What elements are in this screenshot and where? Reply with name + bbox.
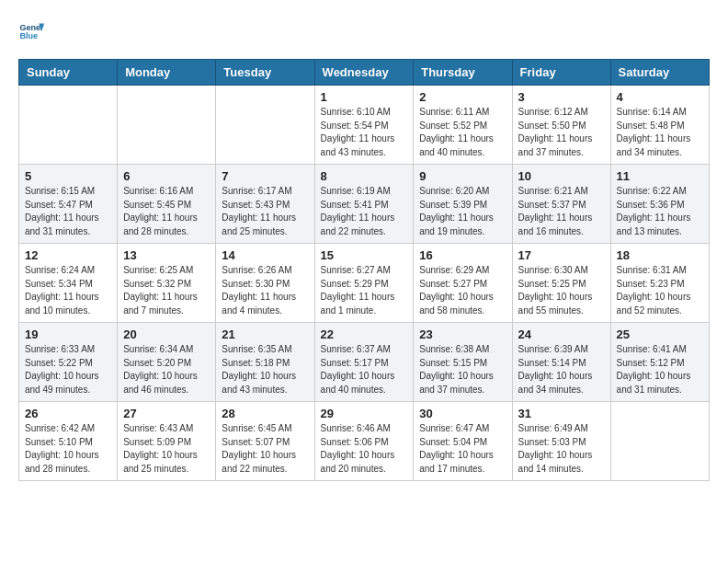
day-info: Sunrise: 6:46 AM Sunset: 5:06 PM Dayligh… <box>321 422 408 476</box>
calendar-week-row: 12Sunrise: 6:24 AM Sunset: 5:34 PM Dayli… <box>19 244 710 323</box>
day-info: Sunrise: 6:47 AM Sunset: 5:04 PM Dayligh… <box>419 422 506 476</box>
calendar-week-row: 26Sunrise: 6:42 AM Sunset: 5:10 PM Dayli… <box>19 402 710 481</box>
day-number: 28 <box>222 407 308 420</box>
calendar-table: SundayMondayTuesdayWednesdayThursdayFrid… <box>18 59 710 481</box>
day-number: 20 <box>123 327 210 341</box>
day-number: 16 <box>419 248 506 262</box>
day-info: Sunrise: 6:20 AM Sunset: 5:39 PM Dayligh… <box>419 185 506 238</box>
day-number: 31 <box>518 407 605 420</box>
svg-text:Blue: Blue <box>19 31 38 40</box>
weekday-header-sunday: Sunday <box>19 60 118 86</box>
day-number: 30 <box>419 407 506 420</box>
day-info: Sunrise: 6:31 AM Sunset: 5:23 PM Dayligh… <box>617 264 703 317</box>
calendar-day-cell: 30Sunrise: 6:47 AM Sunset: 5:04 PM Dayli… <box>414 402 512 481</box>
day-number: 22 <box>321 327 408 341</box>
day-number: 7 <box>222 169 308 183</box>
day-info: Sunrise: 6:17 AM Sunset: 5:43 PM Dayligh… <box>222 185 308 238</box>
calendar-empty-cell <box>118 86 216 165</box>
day-info: Sunrise: 6:24 AM Sunset: 5:34 PM Dayligh… <box>25 264 111 317</box>
day-number: 11 <box>617 169 703 183</box>
day-info: Sunrise: 6:15 AM Sunset: 5:47 PM Dayligh… <box>25 185 111 238</box>
calendar-week-row: 19Sunrise: 6:33 AM Sunset: 5:22 PM Dayli… <box>19 323 710 402</box>
day-info: Sunrise: 6:42 AM Sunset: 5:10 PM Dayligh… <box>25 422 111 476</box>
day-info: Sunrise: 6:29 AM Sunset: 5:27 PM Dayligh… <box>419 264 506 317</box>
calendar-day-cell: 20Sunrise: 6:34 AM Sunset: 5:20 PM Dayli… <box>118 323 216 402</box>
day-number: 21 <box>222 327 308 341</box>
calendar-day-cell: 24Sunrise: 6:39 AM Sunset: 5:14 PM Dayli… <box>512 323 610 402</box>
day-number: 4 <box>617 90 703 104</box>
day-number: 18 <box>617 248 703 262</box>
calendar-day-cell: 26Sunrise: 6:42 AM Sunset: 5:10 PM Dayli… <box>19 402 118 481</box>
day-number: 13 <box>123 248 210 262</box>
calendar-day-cell: 25Sunrise: 6:41 AM Sunset: 5:12 PM Dayli… <box>610 323 709 402</box>
day-number: 26 <box>25 407 111 420</box>
day-info: Sunrise: 6:33 AM Sunset: 5:22 PM Dayligh… <box>25 343 111 396</box>
calendar-day-cell: 6Sunrise: 6:16 AM Sunset: 5:45 PM Daylig… <box>118 165 216 244</box>
day-info: Sunrise: 6:10 AM Sunset: 5:54 PM Dayligh… <box>321 106 408 159</box>
day-info: Sunrise: 6:19 AM Sunset: 5:41 PM Dayligh… <box>321 185 408 238</box>
day-info: Sunrise: 6:39 AM Sunset: 5:14 PM Dayligh… <box>518 343 605 396</box>
day-number: 23 <box>419 327 506 341</box>
day-info: Sunrise: 6:41 AM Sunset: 5:12 PM Dayligh… <box>617 343 703 396</box>
weekday-header-thursday: Thursday <box>414 60 512 86</box>
calendar-week-row: 5Sunrise: 6:15 AM Sunset: 5:47 PM Daylig… <box>19 165 710 244</box>
day-info: Sunrise: 6:16 AM Sunset: 5:45 PM Dayligh… <box>123 185 210 238</box>
calendar-day-cell: 14Sunrise: 6:26 AM Sunset: 5:30 PM Dayli… <box>216 244 314 323</box>
day-number: 12 <box>25 248 111 262</box>
calendar-day-cell: 9Sunrise: 6:20 AM Sunset: 5:39 PM Daylig… <box>414 165 512 244</box>
day-number: 8 <box>321 169 408 183</box>
day-info: Sunrise: 6:45 AM Sunset: 5:07 PM Dayligh… <box>222 422 308 476</box>
day-number: 6 <box>123 169 210 183</box>
day-info: Sunrise: 6:30 AM Sunset: 5:25 PM Dayligh… <box>518 264 605 317</box>
day-number: 1 <box>321 90 408 104</box>
day-info: Sunrise: 6:35 AM Sunset: 5:18 PM Dayligh… <box>222 343 308 396</box>
weekday-header-monday: Monday <box>118 60 216 86</box>
calendar-day-cell: 1Sunrise: 6:10 AM Sunset: 5:54 PM Daylig… <box>314 86 414 165</box>
day-info: Sunrise: 6:21 AM Sunset: 5:37 PM Dayligh… <box>518 185 605 238</box>
day-info: Sunrise: 6:27 AM Sunset: 5:29 PM Dayligh… <box>321 264 408 317</box>
calendar-day-cell: 4Sunrise: 6:14 AM Sunset: 5:48 PM Daylig… <box>610 86 709 165</box>
logo-icon: General Blue <box>18 18 44 44</box>
calendar-day-cell: 22Sunrise: 6:37 AM Sunset: 5:17 PM Dayli… <box>314 323 414 402</box>
page-header: General Blue <box>18 18 710 44</box>
calendar-day-cell: 18Sunrise: 6:31 AM Sunset: 5:23 PM Dayli… <box>610 244 709 323</box>
weekday-header-saturday: Saturday <box>610 60 709 86</box>
day-info: Sunrise: 6:11 AM Sunset: 5:52 PM Dayligh… <box>419 106 506 159</box>
calendar-day-cell: 31Sunrise: 6:49 AM Sunset: 5:03 PM Dayli… <box>512 402 610 481</box>
calendar-day-cell: 16Sunrise: 6:29 AM Sunset: 5:27 PM Dayli… <box>414 244 512 323</box>
calendar-day-cell: 17Sunrise: 6:30 AM Sunset: 5:25 PM Dayli… <box>512 244 610 323</box>
day-info: Sunrise: 6:34 AM Sunset: 5:20 PM Dayligh… <box>123 343 210 396</box>
calendar-day-cell: 19Sunrise: 6:33 AM Sunset: 5:22 PM Dayli… <box>19 323 118 402</box>
calendar-day-cell: 15Sunrise: 6:27 AM Sunset: 5:29 PM Dayli… <box>314 244 414 323</box>
day-number: 19 <box>25 327 111 341</box>
day-number: 15 <box>321 248 408 262</box>
day-info: Sunrise: 6:14 AM Sunset: 5:48 PM Dayligh… <box>617 106 703 159</box>
calendar-day-cell: 10Sunrise: 6:21 AM Sunset: 5:37 PM Dayli… <box>512 165 610 244</box>
calendar-day-cell: 27Sunrise: 6:43 AM Sunset: 5:09 PM Dayli… <box>118 402 216 481</box>
calendar-day-cell: 12Sunrise: 6:24 AM Sunset: 5:34 PM Dayli… <box>19 244 118 323</box>
weekday-header-wednesday: Wednesday <box>314 60 414 86</box>
day-number: 9 <box>419 169 506 183</box>
calendar-day-cell: 8Sunrise: 6:19 AM Sunset: 5:41 PM Daylig… <box>314 165 414 244</box>
calendar-day-cell: 28Sunrise: 6:45 AM Sunset: 5:07 PM Dayli… <box>216 402 314 481</box>
day-number: 2 <box>419 90 506 104</box>
day-info: Sunrise: 6:49 AM Sunset: 5:03 PM Dayligh… <box>518 422 605 476</box>
calendar-day-cell: 7Sunrise: 6:17 AM Sunset: 5:43 PM Daylig… <box>216 165 314 244</box>
day-number: 17 <box>518 248 605 262</box>
calendar-day-cell: 21Sunrise: 6:35 AM Sunset: 5:18 PM Dayli… <box>216 323 314 402</box>
day-info: Sunrise: 6:12 AM Sunset: 5:50 PM Dayligh… <box>518 106 605 159</box>
day-number: 29 <box>321 407 408 420</box>
calendar-empty-cell <box>19 86 118 165</box>
day-info: Sunrise: 6:38 AM Sunset: 5:15 PM Dayligh… <box>419 343 506 396</box>
day-number: 27 <box>123 407 210 420</box>
calendar-day-cell: 3Sunrise: 6:12 AM Sunset: 5:50 PM Daylig… <box>512 86 610 165</box>
calendar-empty-cell <box>216 86 314 165</box>
calendar-week-row: 1Sunrise: 6:10 AM Sunset: 5:54 PM Daylig… <box>19 86 710 165</box>
calendar-empty-cell <box>610 402 709 481</box>
calendar-day-cell: 5Sunrise: 6:15 AM Sunset: 5:47 PM Daylig… <box>19 165 118 244</box>
day-info: Sunrise: 6:25 AM Sunset: 5:32 PM Dayligh… <box>123 264 210 317</box>
logo: General Blue <box>18 18 44 44</box>
day-info: Sunrise: 6:26 AM Sunset: 5:30 PM Dayligh… <box>222 264 308 317</box>
calendar-header-row: SundayMondayTuesdayWednesdayThursdayFrid… <box>19 60 710 86</box>
calendar-day-cell: 23Sunrise: 6:38 AM Sunset: 5:15 PM Dayli… <box>414 323 512 402</box>
